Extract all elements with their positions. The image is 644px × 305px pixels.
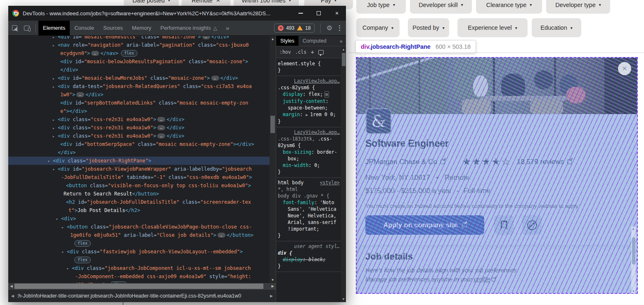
code-line[interactable]: ▾<div class="jobsearch-JobComponent icl-… [8, 264, 270, 272]
scroll-down-icon[interactable]: ▼ [631, 290, 636, 293]
code-line[interactable]: ecydgvn0">…</nav>flex [8, 49, 270, 57]
styles-tab-computed[interactable]: Computed [298, 36, 331, 46]
code-line[interactable]: t">Job Post Details</h2> [8, 206, 270, 214]
devtools-tab-sources[interactable]: Sources [99, 21, 128, 36]
code-line[interactable]: flex [8, 256, 270, 264]
not-interested-button[interactable] [522, 215, 542, 235]
devtools-tab-elements[interactable]: Elements [38, 21, 70, 36]
filter-pill-developer-skill[interactable]: Developer skill▾ [410, 0, 472, 14]
console-issues-badge[interactable]: ✕ 493 18 [274, 24, 314, 33]
expand-ellipsis-icon[interactable]: … [157, 125, 165, 130]
css-declaration[interactable]: display: block; [278, 256, 340, 263]
expand-ellipsis-icon[interactable]: … [211, 76, 219, 81]
devtools-tab-console[interactable]: Console [70, 21, 99, 36]
settings-gear-icon[interactable]: ⚙ [327, 24, 332, 32]
code-line[interactable]: -JobFullDetailsTitle" tabindex="-1" clas… [8, 173, 270, 181]
inspect-element-icon[interactable] [8, 22, 21, 34]
hover-state-button[interactable]: :hov [279, 49, 291, 55]
code-line[interactable]: Return to Search Result</button> [8, 190, 270, 198]
code-line[interactable]: <div id="bottomSerpSpace" class="mosaic … [8, 140, 270, 148]
more-panels-icon[interactable]: » [336, 36, 346, 46]
devtools-tab-memory[interactable]: Memory [128, 21, 156, 36]
scrollbar-thumb[interactable] [270, 116, 275, 133]
code-line[interactable]: ▸<div class="css-re2n3i eu4oa1w0">…</div… [8, 132, 270, 140]
tree-collapsed-icon[interactable]: ▸ [52, 83, 54, 91]
expand-ellipsis-icon[interactable]: … [157, 117, 165, 122]
more-tabs-icon[interactable]: » [222, 24, 233, 31]
filter-pill-developer-type[interactable]: Developer type▾ [546, 0, 610, 14]
scrollbar-thumb[interactable] [632, 237, 635, 264]
stylesheet-source-link[interactable]: LazyViewJob…app… [294, 78, 340, 84]
flex-badge[interactable]: flex [74, 240, 91, 247]
filter-pill-posted-by[interactable]: Posted by▾ [408, 18, 449, 37]
code-line[interactable]: e"></div> [8, 107, 270, 115]
tree-expanded-icon[interactable]: ▾ [47, 157, 50, 165]
reviews-link[interactable]: 18,579 reviews [517, 158, 564, 166]
filter-pill-clearance-type[interactable]: Clearance type▾ [476, 0, 542, 14]
filter-pill-experience-level[interactable]: Experience level▾ [457, 18, 528, 37]
scroll-down-icon[interactable]: ▼ [341, 298, 346, 300]
class-toggle-button[interactable]: .cls [295, 49, 307, 55]
tree-collapsed-icon[interactable]: ▸ [52, 124, 54, 132]
scroll-up-icon[interactable]: ▲ [341, 48, 346, 51]
save-job-button[interactable] [494, 215, 514, 235]
code-line[interactable]: ▸<div class="css-re2n3i eu4oa1w0">…</div… [8, 124, 270, 132]
code-line[interactable]: 1ge0ifo e8ju0x51" aria-label="Close job … [8, 231, 270, 239]
code-line[interactable]: <button class="visible-on-focus-only top… [8, 181, 270, 190]
flex-badge[interactable]: flex [74, 257, 91, 263]
apply-button[interactable]: Apply on company site ↗ [365, 215, 484, 235]
breadcrumb-right-icon[interactable]: ▶ [267, 294, 276, 298]
scroll-up-icon[interactable]: ▲ [631, 227, 636, 230]
tree-expanded-icon[interactable]: ▾ [56, 215, 58, 223]
company-link[interactable]: JPMorgan Chase & Co [365, 158, 437, 166]
code-line[interactable]: 1w0">…</div> [8, 91, 270, 99]
tree-collapsed-icon[interactable]: ▸ [52, 41, 54, 50]
menu-dots-icon[interactable] [336, 25, 343, 31]
flex-badge[interactable]: flex [121, 50, 137, 57]
stylesheet-source-link[interactable]: LazyViewJob…app… [294, 129, 340, 136]
css-rule[interactable]: user agent styl…div {display: block;} [276, 241, 341, 272]
elements-horizontal-scrollbar[interactable]: ◀ ▶ [8, 283, 276, 289]
css-declaration[interactable]: display: flex;⊞ [278, 91, 340, 98]
filter-pill-company[interactable]: Company▾ [356, 18, 400, 37]
css-rule[interactable]: html body<style>*, htmlbody div .gnav * … [276, 178, 341, 241]
filter-pill-job-type[interactable]: Job type▾ [356, 0, 406, 14]
styles-scrollbar[interactable]: ▲ ▼ [341, 46, 346, 302]
css-rule[interactable]: LazyViewJob…app….css-183z3tk, .css-82ysm… [276, 127, 341, 178]
new-rule-icon[interactable]: + [310, 49, 314, 55]
expand-value-icon[interactable]: ▶ [305, 113, 310, 117]
code-line[interactable]: ▾<div id="jobsearch-ViewjobPaneWrapper" … [8, 165, 270, 173]
expand-ellipsis-icon[interactable]: … [91, 51, 99, 56]
job-pane-scrollbar[interactable]: ▲ ▼ [631, 226, 636, 293]
css-declaration[interactable]: min-width: 0; [278, 162, 340, 169]
tree-collapsed-icon[interactable]: ▸ [52, 74, 54, 83]
close-button[interactable]: × [328, 6, 346, 21]
code-line[interactable]: </div> [8, 66, 270, 74]
scroll-down-icon[interactable]: ▼ [270, 278, 276, 282]
code-line[interactable]: <div id="serpBottomRelatedLinks" class="… [8, 99, 270, 107]
breadcrumb[interactable]: :h-JobInfoHeader-title-container.jobsear… [17, 293, 267, 299]
code-line[interactable]: ▸<div id="mosaic-belowMoreJobs" class="m… [8, 74, 270, 82]
stylesheet-source-link[interactable]: <style> [320, 179, 340, 186]
css-declaration[interactable]: font-family: 'Noto Sans', 'Helvetica Neu… [278, 199, 340, 232]
elements-vertical-scrollbar[interactable]: ▲ ▼ [270, 36, 276, 283]
css-declaration[interactable]: margin: ▶ 1rem 0 0; [278, 111, 340, 118]
rendering-icon[interactable] [318, 50, 324, 55]
code-line[interactable]: ▾<div> [8, 214, 270, 223]
scroll-up-icon[interactable]: ▲ [270, 37, 276, 41]
tree-collapsed-icon[interactable]: ▸ [52, 132, 54, 141]
css-declaration[interactable]: box-sizing: border-box; [278, 149, 340, 162]
tree-expanded-icon[interactable]: ▾ [66, 264, 69, 273]
code-line[interactable]: -JobComponent--embedded css-axjo09 eu4oa… [8, 272, 270, 281]
code-line[interactable]: flex [8, 239, 270, 248]
scrollbar-thumb[interactable] [342, 53, 346, 66]
expand-ellipsis-icon[interactable]: … [76, 92, 84, 97]
expand-ellipsis-icon[interactable]: … [218, 233, 225, 238]
minimize-button[interactable] [291, 6, 310, 21]
breadcrumb-left-icon[interactable]: ◀ [8, 294, 17, 298]
code-line-selected[interactable]: ▾<div class="jobsearch-RightPane"> [8, 157, 270, 165]
code-line[interactable]: ▸<div class="css-re2n3i eu4oa1w0">…</div… [8, 115, 270, 124]
code-line[interactable]: ▸<div data-test="jobsearch-RelatedQuerie… [8, 82, 270, 91]
code-line[interactable]: <div id="mosaic-belowJobResultsPaginatio… [8, 57, 270, 66]
css-rule[interactable]: element.style {} [276, 59, 341, 76]
